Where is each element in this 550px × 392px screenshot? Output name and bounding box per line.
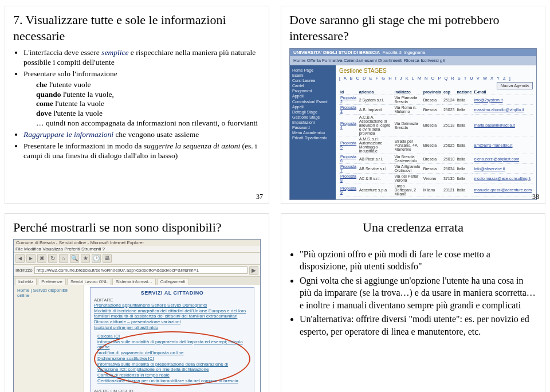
tab[interactable]: Preferenze — [38, 278, 66, 285]
slide-37-title: 7. Visualizzare tutte e sole le informaz… — [13, 12, 261, 44]
bullet: "Più opzioni offro e più modi di fare le… — [300, 248, 537, 273]
table-row[interactable]: Proposta 22 System s.r.l.Via Piamarta Br… — [339, 95, 533, 105]
alpha-filter[interactable]: [ A B C D E F G H I J K L M N O P Q R S … — [339, 76, 512, 81]
refresh-icon[interactable]: ↻ — [48, 254, 57, 263]
service-link[interactable]: Dimora abituale – presentazione variazio… — [94, 319, 250, 325]
table-header: cap — [442, 89, 455, 95]
sidebar-item[interactable]: Appelli — [292, 93, 333, 99]
tab[interactable]: Sistema informat… — [112, 278, 156, 285]
bullet: Ogni volta che si aggiunge un'opzione l'… — [300, 275, 537, 312]
service-link[interactable]: Certificazione ricerca per unità immobil… — [97, 378, 247, 384]
sidebar-item[interactable]: Appelli — [292, 104, 333, 109]
left-nav[interactable]: Home | Servizi disponibili online — [14, 285, 84, 393]
table-row[interactable]: Proposta 5A.M.S. s.r.l. Automazione Mont… — [339, 136, 533, 154]
table-header: nazione — [455, 89, 473, 95]
table-header: provincia — [422, 89, 442, 95]
nav-bar[interactable]: Home Offerta Formativa Calendari esami D… — [290, 56, 536, 65]
slide-39: Perché mostrarli se non sono disponibili… — [5, 213, 269, 392]
slide-40: Una credenza errata "Più opzioni offro e… — [281, 213, 545, 392]
service-link[interactable]: modifica di pagamento dell'imposta on li… — [97, 350, 247, 356]
table-row[interactable]: Proposta 9Accenture s.p.aLargo Donegani,… — [339, 183, 533, 197]
table-row[interactable]: Proposta 3A.B. ImpiantiVia Roma n. Malon… — [339, 105, 533, 115]
go-icon[interactable]: ▶ — [249, 266, 258, 275]
slide-37-body: L'interfaccia deve essere semplice e ris… — [13, 48, 261, 161]
print-icon[interactable]: 🖶 — [103, 254, 112, 263]
table-row[interactable]: Proposta 6AB Plast s.r.l.Via Brescia Cas… — [339, 154, 533, 164]
stop-icon[interactable]: ✖ — [37, 254, 46, 263]
bullet: Un'alternativa: offrire diversi "modi ut… — [300, 313, 537, 338]
service-link[interactable]: informativa sulle modalità di pagamento … — [97, 339, 247, 350]
service-link[interactable]: Modalità di iscrizione anagrafica dei ci… — [94, 308, 250, 319]
home-icon[interactable]: ⌂ — [59, 254, 68, 263]
sidebar-item[interactable]: Esami — [292, 73, 333, 78]
slide-number: 38 — [532, 193, 539, 201]
menu-bar[interactable]: File Modifica Visualizza Preferiti Strum… — [14, 246, 260, 253]
sidebar-item[interactable]: Programmi — [292, 88, 333, 93]
screenshot-browser: Comune di Brescia - Servizi online - Mic… — [13, 239, 261, 393]
bullet: L'interfaccia deve essere semplice e ris… — [23, 48, 261, 68]
left-nav-item[interactable]: Home | Servizi disponibili online — [17, 287, 80, 299]
toolbar[interactable]: ◄ ► ✖ ↻ ⌂ 🔍 ★ 🕑 🖶 — [14, 253, 260, 265]
slide-38: Dove saranno gli stage che mi potrebbero… — [281, 6, 545, 204]
sidebar-item[interactable]: Gestione Stage — [292, 115, 333, 120]
tab[interactable]: Servizi Lavoro ONL — [67, 278, 111, 285]
history-icon[interactable]: 🕑 — [92, 254, 101, 263]
forward-icon[interactable]: ► — [26, 254, 36, 263]
address-label: Indirizzo — [15, 268, 33, 273]
sidebar-item[interactable]: Menu Accademico — [292, 130, 333, 135]
favorites-icon[interactable]: ★ — [81, 254, 90, 263]
back-icon[interactable]: ◄ — [15, 254, 25, 263]
table-row[interactable]: Proposta 4A.C.B.A. Associazione di allev… — [339, 115, 533, 136]
group-figlio: AVERE UN FIGLIO — [94, 389, 250, 393]
group-abitare: ABITARE — [94, 297, 250, 303]
main-panel: Gestione STAGES [ A B C D E F G H I J K … — [336, 65, 536, 199]
service-link[interactable]: Dichiarazione sostitutiva ICI — [97, 356, 247, 362]
window-title: Comune di Brescia - Servizi online - Mic… — [14, 240, 260, 246]
sidebar-item[interactable]: Home Page — [292, 68, 333, 73]
panel-title: SERVIZI AL CITTADINO — [94, 290, 250, 296]
content-area: SERVIZI AL CITTADINO ABITARE Prenotazion… — [84, 285, 260, 393]
link-tabs[interactable]: IndietrizPreferenzeServizi Lavoro ONLSis… — [14, 277, 260, 285]
service-link[interactable]: Iscrizioni online per gli asili nido — [94, 325, 250, 331]
table-row[interactable]: Proposta 8AC & E s.r.l.Via del Perlar Ve… — [339, 174, 533, 183]
sidebar-item[interactable]: Password — [292, 125, 333, 130]
table-row[interactable]: Proposta 7AB Service s.r.l.Via Artigiana… — [339, 164, 533, 174]
uni-title: UNIVERSITA' DEGLI STUDI DI BRESCIA Facol… — [290, 49, 536, 56]
sidebar-item[interactable]: Commissioni Esami — [292, 99, 333, 104]
bullet: Presentare solo l'informazione che l'ute… — [23, 69, 261, 128]
slide-38-title: Dove saranno gli stage che mi potrebbero… — [289, 12, 537, 44]
table-header: azienda — [358, 89, 394, 95]
table-header: E-mail — [473, 89, 533, 95]
address-input[interactable]: http://ww2.comune.brescia.it/servol/inde… — [34, 266, 247, 274]
sidebar-item[interactable]: Dettagli Stage — [292, 109, 333, 115]
table-header: id — [339, 89, 358, 95]
address-bar-row: Indirizzo http://ww2.comune.brescia.it/s… — [14, 265, 260, 277]
sidebar-item[interactable]: Pricati Dipartimento — [292, 135, 333, 140]
slide-number: 37 — [256, 193, 263, 201]
service-link[interactable]: Calcola ICI — [97, 334, 247, 339]
service-link[interactable]: Cambio di residenza in tempo reale — [97, 373, 247, 378]
sidebar-item[interactable]: Impostazioni — [292, 120, 333, 125]
services-panel: SERVIZI AL CITTADINO ABITARE Prenotazion… — [90, 287, 254, 393]
tab[interactable]: Collegamenti — [157, 278, 189, 285]
search-icon[interactable]: 🔍 — [70, 254, 79, 263]
page-title: Gestione STAGES — [339, 68, 533, 74]
service-link[interactable]: Prenotazione appuntamenti Settore Serviz… — [94, 303, 250, 308]
screenshot-stages: UNIVERSITA' DEGLI STUDI DI BRESCIA Facol… — [289, 48, 537, 200]
slide-37: 7. Visualizzare tutte e sole le informaz… — [5, 6, 269, 204]
sidebar[interactable]: Home PageEsamiCorsi LaureaCarrielProgram… — [290, 65, 336, 199]
bullet: Raggruppare le informazioni che vengono … — [23, 130, 261, 140]
stages-table: idaziendaindirizzoprovinciacapnazioneE-m… — [339, 89, 533, 197]
nuova-agenda-button[interactable]: Nuova Agenda — [497, 82, 533, 89]
tab[interactable]: Indietriz — [15, 278, 37, 285]
sidebar-item[interactable]: Carriel — [292, 83, 333, 88]
left-nav-item[interactable] — [17, 303, 80, 304]
slide-40-title: Una credenza errata — [289, 219, 537, 236]
table-header: indirizzo — [393, 89, 422, 95]
sidebar-item[interactable]: Corsi Laurea — [292, 78, 333, 83]
bullet: Presentare le informazioni in modo da su… — [23, 142, 261, 161]
service-link[interactable]: informativa sulle modalità di presentazi… — [97, 362, 247, 373]
slide-39-title: Perché mostrarli se non sono disponibili… — [13, 219, 261, 236]
